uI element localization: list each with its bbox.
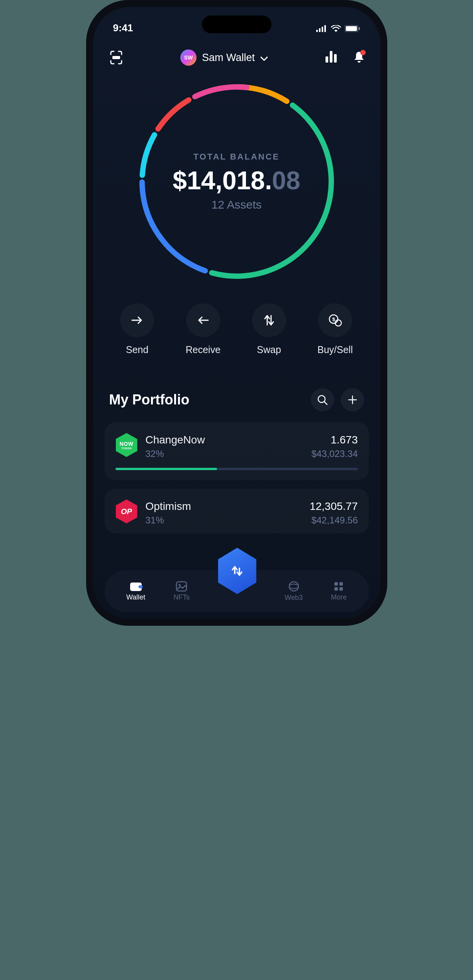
svg-text:$: $ — [332, 316, 335, 322]
svg-rect-26 — [334, 582, 338, 586]
coins-icon: $ — [318, 303, 352, 337]
dynamic-island — [202, 15, 271, 33]
svg-point-15 — [136, 81, 337, 282]
asset-usd: $42,149.56 — [310, 515, 358, 526]
svg-rect-7 — [112, 56, 120, 59]
signal-icon — [316, 22, 327, 34]
wifi-icon — [331, 22, 341, 34]
chevron-down-icon — [260, 52, 268, 64]
svg-point-13 — [136, 81, 337, 282]
scan-icon[interactable] — [109, 50, 124, 65]
bottom-nav: Wallet NFTs Web3 More — [105, 570, 369, 612]
arrow-left-icon — [186, 303, 220, 337]
notification-dot — [360, 50, 366, 55]
svg-rect-10 — [334, 54, 337, 63]
asset-icon-text-top: OP — [121, 507, 132, 516]
plus-icon — [348, 395, 358, 405]
wallet-icon — [129, 581, 142, 592]
swap-icon — [252, 303, 286, 337]
svg-rect-9 — [330, 51, 332, 63]
asset-icon-text-bot: TOKEN — [121, 447, 132, 450]
search-button[interactable] — [311, 388, 334, 411]
wallet-avatar-initials: SW — [184, 54, 193, 61]
nav-more[interactable]: More — [331, 581, 347, 601]
arrow-right-icon — [120, 303, 154, 337]
globe-icon — [288, 581, 300, 592]
asset-progress-fill — [115, 468, 217, 470]
asset-amount: 12,305.77 — [310, 500, 358, 513]
nav-label: Web3 — [285, 594, 303, 602]
svg-point-11 — [136, 81, 337, 282]
send-label: Send — [126, 344, 148, 355]
asset-card[interactable]: NOW TOKEN ChangeNow 32% 1.673 $43,023.34 — [105, 422, 369, 480]
battery-icon — [345, 22, 360, 34]
asset-icon-text-top: NOW — [120, 441, 134, 447]
asset-name: ChangeNow — [146, 434, 304, 446]
search-icon — [317, 394, 328, 405]
nav-swap-center[interactable] — [216, 548, 258, 594]
send-button[interactable]: Send — [120, 303, 154, 355]
stats-icon[interactable] — [325, 51, 338, 64]
portfolio-header: My Portfolio — [93, 367, 380, 422]
svg-point-14 — [136, 81, 337, 282]
wallet-selector[interactable]: SW Sam Wallet — [180, 49, 268, 66]
portfolio-title: My Portfolio — [109, 392, 190, 408]
phone-frame: 9:41 SW Sam Walle — [86, 0, 387, 626]
svg-rect-3 — [324, 25, 326, 32]
status-time: 9:41 — [113, 22, 133, 34]
svg-rect-28 — [334, 587, 338, 591]
notifications-button[interactable] — [353, 51, 365, 65]
svg-rect-8 — [326, 56, 328, 63]
asset-pct: 32% — [146, 448, 304, 459]
svg-rect-6 — [359, 27, 360, 30]
swap-center-icon — [229, 563, 245, 579]
svg-rect-1 — [319, 28, 320, 32]
wallet-name: Sam Wallet — [202, 52, 255, 64]
add-button[interactable] — [341, 388, 364, 411]
svg-point-24 — [179, 584, 181, 586]
svg-rect-2 — [322, 27, 323, 32]
nav-web3[interactable]: Web3 — [285, 581, 303, 602]
portfolio-donut-chart — [136, 81, 337, 282]
svg-rect-23 — [176, 582, 186, 591]
asset-pct: 31% — [146, 515, 302, 526]
image-icon — [176, 581, 187, 592]
buy-sell-button[interactable]: $ Buy/Sell — [317, 303, 353, 355]
svg-point-25 — [289, 582, 298, 591]
asset-icon-optimism: OP — [115, 500, 138, 523]
asset-usd: $43,023.34 — [311, 448, 358, 459]
top-bar-right — [325, 51, 365, 65]
swap-label: Swap — [257, 344, 281, 355]
svg-rect-0 — [316, 30, 318, 32]
status-right — [316, 22, 360, 34]
portfolio-buttons — [311, 388, 364, 411]
nav-nfts[interactable]: NFTs — [173, 581, 190, 601]
asset-name: Optimism — [146, 500, 302, 513]
svg-rect-5 — [346, 26, 357, 31]
grid-icon — [333, 581, 344, 592]
balance-ring: TOTAL BALANCE $14,018.08 12 Assets — [136, 81, 337, 282]
swap-button[interactable]: Swap — [252, 303, 286, 355]
svg-point-16 — [136, 81, 337, 282]
asset-list: NOW TOKEN ChangeNow 32% 1.673 $43,023.34 — [93, 422, 380, 533]
receive-button[interactable]: Receive — [186, 303, 220, 355]
svg-rect-27 — [339, 582, 343, 586]
nav-label: NFTs — [173, 593, 190, 601]
top-bar: SW Sam Wallet — [93, 38, 380, 70]
nav-label: More — [331, 593, 347, 601]
nav-label: Wallet — [126, 593, 145, 601]
receive-label: Receive — [186, 344, 220, 355]
asset-card[interactable]: OP Optimism 31% 12,305.77 $42,149.56 — [105, 489, 369, 533]
asset-icon-changenow: NOW TOKEN — [115, 434, 138, 456]
asset-progress-bar — [115, 468, 358, 470]
svg-point-12 — [136, 81, 337, 282]
asset-amount: 1.673 — [311, 434, 358, 446]
buy-sell-label: Buy/Sell — [317, 344, 353, 355]
actions-row: Send Receive Swap $ Buy/Sell — [93, 282, 380, 367]
nav-wallet[interactable]: Wallet — [126, 581, 145, 601]
phone-screen: 9:41 SW Sam Walle — [93, 7, 380, 619]
svg-rect-29 — [339, 587, 343, 591]
wallet-avatar: SW — [180, 49, 197, 66]
svg-rect-22 — [139, 585, 142, 588]
